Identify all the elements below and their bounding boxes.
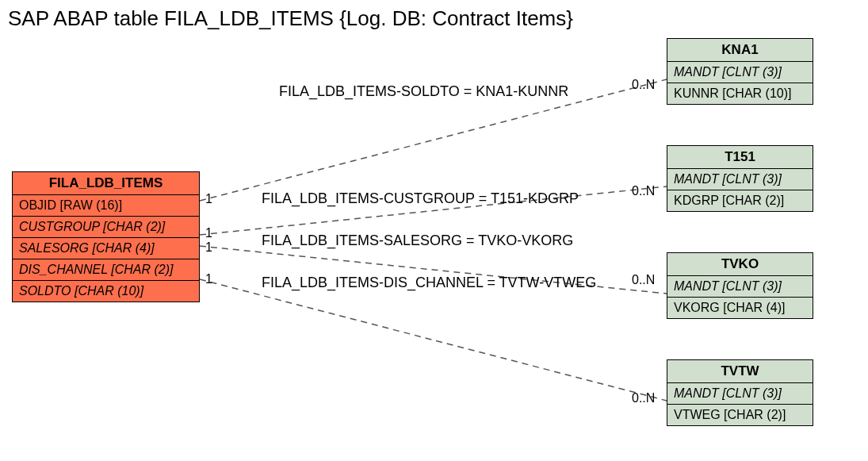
entity-field: SALESORG [CHAR (4)]: [13, 238, 199, 259]
cardinality-left: 1: [205, 272, 212, 286]
entity-tvtw: TVTW MANDT [CLNT (3)]VTWEG [CHAR (2)]: [667, 359, 813, 426]
entity-header: KNA1: [667, 39, 813, 62]
entity-field: KDGRP [CHAR (2)]: [667, 190, 813, 211]
entity-field: VTWEG [CHAR (2)]: [667, 405, 813, 425]
entity-field: VKORG [CHAR (4)]: [667, 298, 813, 318]
relation-label: FILA_LDB_ITEMS-SALESORG = TVKO-VKORG: [262, 232, 573, 249]
entity-header: TVKO: [667, 253, 813, 276]
entity-fila-ldb-items: FILA_LDB_ITEMS OBJID [RAW (16)]CUSTGROUP…: [12, 171, 200, 302]
entity-header: FILA_LDB_ITEMS: [13, 172, 199, 195]
cardinality-left: 1: [205, 226, 212, 240]
entity-field: MANDT [CLNT (3)]: [667, 276, 813, 298]
entity-field: MANDT [CLNT (3)]: [667, 169, 813, 190]
relation-label: FILA_LDB_ITEMS-CUSTGROUP = T151-KDGRP: [262, 190, 579, 207]
relation-label: FILA_LDB_ITEMS-SOLDTO = KNA1-KUNNR: [279, 83, 568, 100]
entity-header: T151: [667, 146, 813, 169]
entity-field: SOLDTO [CHAR (10)]: [13, 281, 199, 302]
entity-tvko: TVKO MANDT [CLNT (3)]VKORG [CHAR (4)]: [667, 252, 813, 319]
cardinality-left: 1: [205, 240, 212, 255]
entity-kna1: KNA1 MANDT [CLNT (3)]KUNNR [CHAR (10)]: [667, 38, 813, 105]
cardinality-left: 1: [205, 192, 212, 206]
entity-field: OBJID [RAW (16)]: [13, 195, 199, 217]
cardinality-right: 0..N: [632, 391, 655, 405]
cardinality-right: 0..N: [632, 78, 655, 92]
entity-field: MANDT [CLNT (3)]: [667, 62, 813, 83]
cardinality-right: 0..N: [632, 273, 655, 287]
entity-field: CUSTGROUP [CHAR (2)]: [13, 217, 199, 238]
entity-field: KUNNR [CHAR (10)]: [667, 83, 813, 104]
entity-field: MANDT [CLNT (3)]: [667, 383, 813, 405]
svg-line-3: [200, 279, 667, 401]
cardinality-right: 0..N: [632, 184, 655, 198]
entity-t151: T151 MANDT [CLNT (3)]KDGRP [CHAR (2)]: [667, 145, 813, 212]
relation-label: FILA_LDB_ITEMS-DIS_CHANNEL = TVTW-VTWEG: [262, 275, 596, 291]
entity-field: DIS_CHANNEL [CHAR (2)]: [13, 259, 199, 281]
entity-header: TVTW: [667, 360, 813, 383]
